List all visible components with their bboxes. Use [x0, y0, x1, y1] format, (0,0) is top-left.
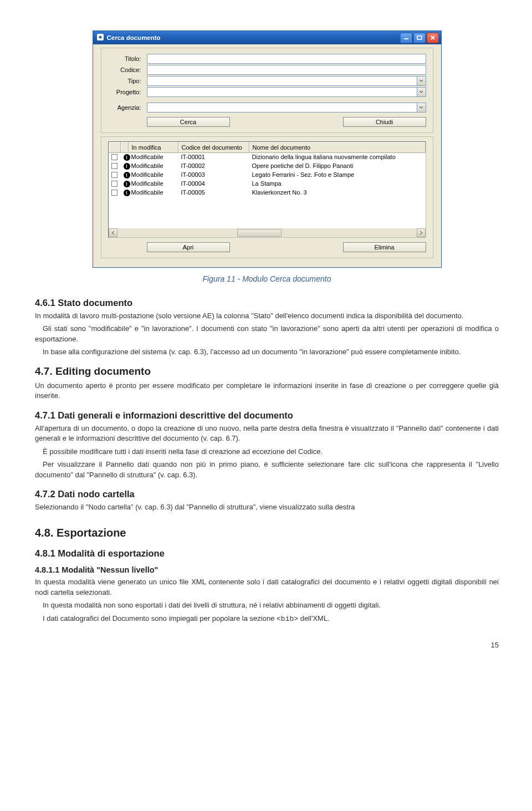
para: Per visualizzare il Pannello dati quando…: [35, 460, 499, 480]
h-scrollbar[interactable]: [109, 228, 426, 237]
chiudi-button[interactable]: Chiudi: [343, 117, 426, 127]
row-checkbox[interactable]: [111, 172, 117, 178]
para: In modalità di lavoro multi-postazione (…: [35, 311, 499, 321]
cell-cod: IT-00002: [178, 162, 249, 171]
cell-nom: Dizionario della lingua italiana nuovame…: [249, 153, 426, 162]
scroll-thumb[interactable]: [237, 229, 282, 237]
figure-caption: Figura 11 - Modulo Cerca documento: [35, 274, 499, 283]
row-checkbox[interactable]: [111, 181, 117, 187]
cell-nom: Klavierkonzert No. 3: [249, 188, 426, 197]
results-table: In modifica Codice del documento Nome de…: [108, 141, 426, 238]
label-tipo: Tipo:: [108, 78, 141, 84]
col-inmodifica[interactable]: In modifica: [129, 142, 178, 153]
table-row[interactable]: !ModificabileIT-00002Opere poetiche del …: [109, 162, 426, 171]
titolo-input[interactable]: [147, 54, 426, 64]
heading-48: 4.8. Esportazione: [35, 527, 499, 539]
tipo-select[interactable]: [147, 76, 426, 86]
cell-mod: Modificabile: [129, 188, 178, 197]
para: In questa modalità viene generato un uni…: [35, 577, 499, 598]
svg-rect-1: [404, 38, 408, 39]
cell-nom: Opere poetiche del D. Filippo Pananti: [249, 162, 426, 171]
col-checkbox[interactable]: [109, 142, 121, 153]
results-fieldset: In modifica Codice del documento Nome de…: [101, 136, 433, 258]
heading-472: 4.7.2 Dati nodo cartella: [35, 489, 499, 499]
label-progetto: Progetto:: [108, 89, 141, 95]
table-row[interactable]: !ModificabileIT-00003Legato Ferrarini - …: [109, 171, 426, 180]
close-button[interactable]: [427, 33, 439, 43]
para: All'apertura di un documento, o dopo la …: [35, 424, 499, 444]
cell-cod: IT-00001: [178, 153, 249, 162]
col-nome[interactable]: Nome del documento: [249, 142, 426, 153]
dialog-window: Cerca documento Titolo: Codice: Tipo: Pr…: [93, 30, 442, 268]
para: Un documento aperto è pronto per essere …: [35, 381, 499, 401]
cell-mod: Modificabile: [129, 153, 178, 162]
codice-input[interactable]: [147, 65, 426, 75]
row-checkbox[interactable]: [111, 154, 117, 160]
para: In base alla configurazione del sistema …: [35, 347, 499, 357]
cell-cod: IT-00004: [178, 180, 249, 188]
scroll-left-icon[interactable]: [109, 228, 117, 237]
col-codice[interactable]: Codice del documento: [178, 142, 249, 153]
text: dell'XML.: [298, 614, 330, 623]
chevron-down-icon: [417, 103, 426, 112]
table-row[interactable]: !ModificabileIT-00001Dizionario della li…: [109, 153, 426, 162]
col-status[interactable]: [121, 142, 129, 153]
heading-471: 4.7.1 Dati generali e informazioni descr…: [35, 410, 499, 421]
agenzia-select[interactable]: [147, 103, 426, 113]
search-fields: Titolo: Codice: Tipo: Progetto: Agenzia:…: [101, 48, 433, 133]
heading-4811: 4.8.1.1 Modalità "Nessun livello": [35, 565, 499, 574]
label-codice: Codice:: [108, 67, 141, 73]
scroll-right-icon[interactable]: [417, 228, 426, 237]
cell-mod: Modificabile: [129, 171, 178, 180]
para: I dati catalografici del Documento sono …: [35, 614, 499, 624]
row-checkbox[interactable]: [111, 163, 117, 169]
table-row[interactable]: !ModificabileIT-00005Klavierkonzert No. …: [109, 188, 426, 197]
table-row[interactable]: !ModificabileIT-00004La Stampa: [109, 180, 426, 188]
apri-button[interactable]: Apri: [147, 242, 230, 252]
para: È possibile modificare tutti i dati inse…: [35, 447, 499, 457]
heading-481: 4.8.1 Modalità di esportazione: [35, 548, 499, 559]
svg-rect-2: [417, 36, 422, 39]
chevron-down-icon: [417, 88, 426, 96]
window-title: Cerca documento: [107, 34, 161, 41]
cell-cod: IT-00005: [178, 188, 249, 197]
cell-mod: Modificabile: [129, 162, 178, 171]
para: Gli stati sono "modificabile" e "in lavo…: [35, 324, 499, 344]
elimina-button[interactable]: Elimina: [343, 242, 426, 252]
progetto-select[interactable]: [147, 87, 426, 97]
chevron-down-icon: [417, 76, 426, 85]
label-agenzia: Agenzia:: [108, 104, 141, 111]
cell-nom: Legato Ferrarini - Sez. Foto e Stampe: [249, 171, 426, 180]
para: Selezionando il "Nodo cartella" (v. cap.…: [35, 502, 499, 512]
para: In questa modalità non sono esportati i …: [35, 600, 499, 610]
row-checkbox[interactable]: [111, 190, 117, 196]
cell-cod: IT-00003: [178, 171, 249, 180]
heading-461: 4.6.1 Stato documento: [35, 298, 499, 308]
app-icon: [96, 33, 104, 42]
cell-nom: La Stampa: [249, 180, 426, 188]
minimize-button[interactable]: [400, 33, 412, 43]
cerca-button[interactable]: Cerca: [147, 117, 230, 127]
heading-47: 4.7. Editing documento: [35, 365, 499, 378]
page-number: 15: [35, 641, 499, 649]
code-text: <bib>: [277, 615, 298, 623]
maximize-button[interactable]: [413, 33, 426, 43]
text: I dati catalografici del Documento sono …: [43, 614, 277, 623]
label-titolo: Titolo:: [108, 55, 141, 62]
cell-mod: Modificabile: [129, 180, 178, 188]
titlebar[interactable]: Cerca documento: [93, 31, 441, 44]
